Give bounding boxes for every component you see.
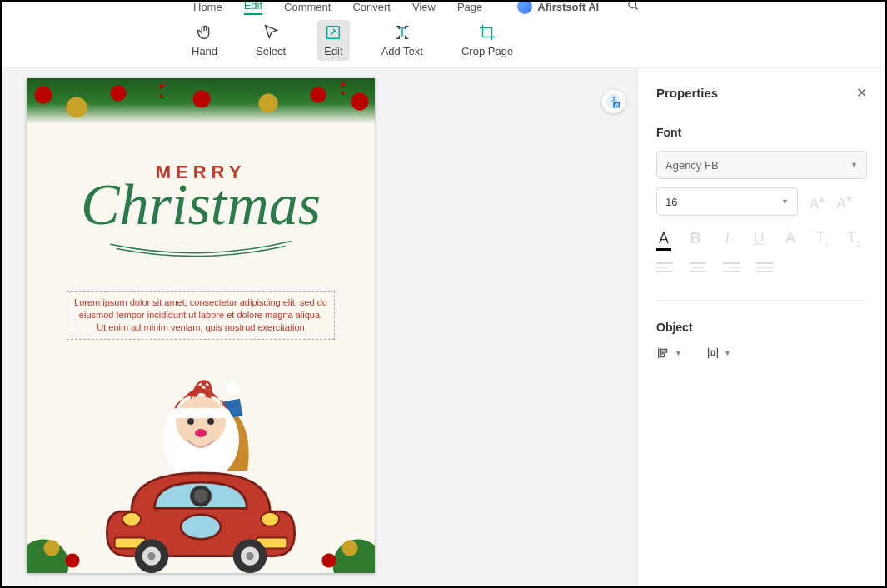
tab-view[interactable]: View: [412, 1, 436, 13]
svg-point-27: [261, 512, 279, 526]
font-size-value: 16: [665, 196, 677, 208]
chevron-down-icon: ▼: [675, 349, 682, 357]
chevron-down-icon: ▼: [724, 349, 731, 357]
italic-button[interactable]: I: [720, 230, 735, 247]
svg-point-26: [122, 512, 141, 526]
distribute-objects-button[interactable]: ▼: [705, 346, 731, 361]
svg-point-15: [195, 429, 207, 437]
align-row: [656, 262, 867, 278]
svg-point-12: [226, 381, 239, 395]
svg-rect-11: [172, 408, 230, 418]
svg-text:W: W: [615, 102, 619, 107]
svg-line-1: [635, 7, 638, 9]
document-page[interactable]: MERRY Christmas Lorem ipsum dolor sit am…: [27, 78, 375, 573]
edit-label: Edit: [324, 45, 342, 57]
align-center-button[interactable]: [690, 262, 706, 278]
select-label: Select: [256, 45, 286, 57]
strikethrough-button[interactable]: A: [783, 230, 798, 247]
tab-home[interactable]: Home: [193, 1, 222, 13]
decrease-font-icon[interactable]: A▾: [836, 192, 851, 212]
subscript-button[interactable]: T2: [846, 229, 861, 248]
font-name-value: Agency FB: [665, 159, 719, 172]
christmas-text[interactable]: Christmas: [27, 172, 375, 238]
tab-comment[interactable]: Comment: [284, 1, 331, 13]
tab-convert[interactable]: Convert: [352, 1, 391, 13]
select-tool[interactable]: Select: [249, 20, 292, 61]
align-objects-button[interactable]: ▼: [656, 346, 682, 361]
main-tabs: Home Edit Comment Convert View Page Afir…: [2, 2, 885, 15]
font-color-button[interactable]: A: [656, 230, 671, 247]
font-section-label: Font: [656, 126, 867, 139]
increase-font-icon[interactable]: A▴: [810, 192, 825, 212]
add-text-tool[interactable]: Add Text: [375, 20, 430, 61]
object-section-label: Object: [656, 321, 867, 334]
svg-point-28: [181, 515, 221, 540]
svg-point-14: [207, 418, 214, 425]
bold-button[interactable]: B: [688, 230, 703, 247]
chevron-down-icon: ▼: [781, 197, 789, 206]
export-word-button[interactable]: 文W: [602, 90, 625, 113]
tab-page[interactable]: Page: [457, 1, 482, 13]
close-icon[interactable]: ✕: [856, 85, 867, 101]
ai-label: Afirstsoft AI: [537, 1, 599, 13]
properties-panel: Properties ✕ Font Agency FB ▼ 16 ▼ A▴ A▾…: [637, 68, 885, 586]
edit-toolbar: Hand Select Edit Add Text Crop Page: [2, 15, 885, 68]
canvas-area[interactable]: 文W MERRY Christmas Lorem ipsum dolor sit…: [2, 68, 637, 586]
ai-button[interactable]: Afirstsoft AI: [517, 0, 599, 14]
align-left-button[interactable]: [656, 262, 673, 278]
svg-point-10: [176, 396, 226, 446]
svg-point-13: [187, 418, 194, 425]
font-size-dropdown[interactable]: 16 ▼: [656, 187, 798, 216]
addtext-label: Add Text: [381, 45, 423, 57]
ai-icon: [517, 0, 532, 14]
svg-text:文: 文: [610, 95, 617, 102]
garland-decoration: [27, 78, 375, 133]
chevron-down-icon: ▼: [850, 161, 858, 169]
hand-label: Hand: [192, 45, 217, 57]
workspace: 文W MERRY Christmas Lorem ipsum dolor sit…: [2, 68, 885, 586]
svg-point-17: [194, 489, 208, 503]
tab-edit[interactable]: Edit: [244, 0, 262, 15]
properties-title: Properties: [656, 86, 718, 100]
svg-point-25: [246, 552, 253, 560]
divider: [656, 300, 867, 301]
swash-underline: [77, 235, 325, 260]
font-family-dropdown[interactable]: Agency FB ▼: [656, 151, 867, 179]
search-icon[interactable]: [627, 0, 640, 14]
superscript-button[interactable]: T↕: [815, 229, 830, 248]
text-format-row: A B I U A T↕ T2: [656, 229, 867, 248]
hand-tool[interactable]: Hand: [185, 20, 224, 61]
santa-illustration[interactable]: [27, 331, 375, 573]
crop-label: Crop Page: [461, 45, 513, 57]
crop-page-tool[interactable]: Crop Page: [455, 20, 520, 61]
align-justify-button[interactable]: [756, 262, 773, 278]
align-right-button[interactable]: [723, 262, 740, 278]
underline-button[interactable]: U: [751, 230, 766, 247]
car-icon: [101, 442, 301, 573]
svg-point-0: [629, 1, 636, 8]
edit-tool[interactable]: Edit: [317, 20, 349, 61]
svg-point-22: [147, 552, 155, 560]
